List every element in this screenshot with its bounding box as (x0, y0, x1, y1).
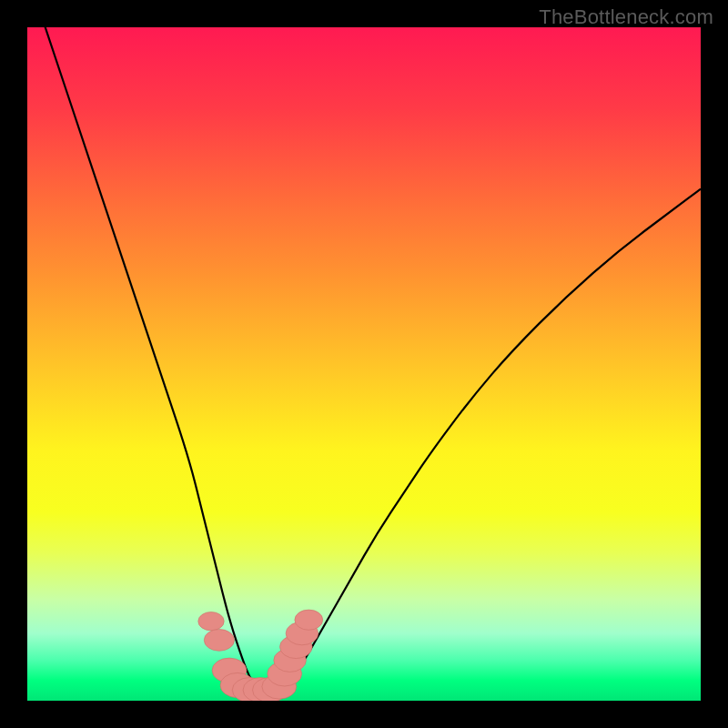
curve-marker (198, 612, 224, 631)
plot-area (27, 27, 701, 701)
curve-path (27, 27, 701, 690)
curve-marker (295, 610, 323, 630)
watermark-label: TheBottleneck.com (539, 5, 713, 29)
chart-stage: TheBottleneck.com (0, 0, 728, 728)
bottleneck-curve (27, 27, 701, 701)
curve-marker (204, 630, 234, 652)
curve-markers (198, 610, 323, 701)
